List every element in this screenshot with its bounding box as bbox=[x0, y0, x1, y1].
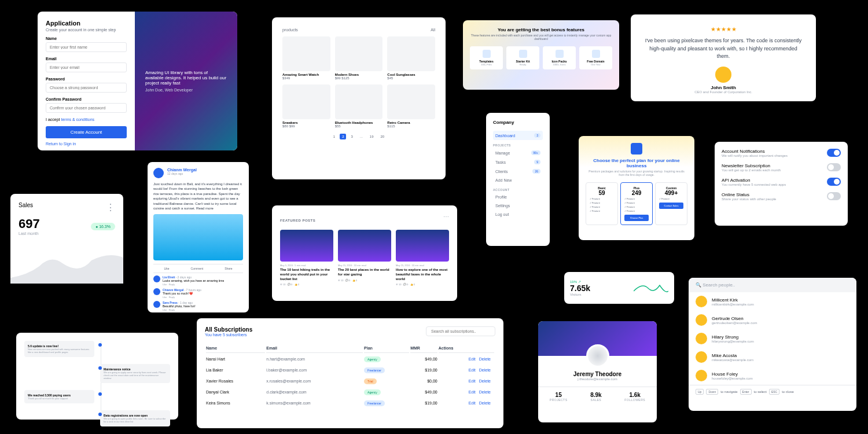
post-action[interactable]: Comment bbox=[191, 267, 204, 270]
sidebar-item[interactable]: Settings bbox=[493, 201, 543, 210]
pricing-plan[interactable]: Basic59✓ Feature✓ Feature✓ Feature✓ Feat… bbox=[586, 182, 618, 225]
product-item[interactable]: Amazing Smart Watch$349 bbox=[282, 36, 330, 80]
sales-title: Sales bbox=[19, 202, 33, 213]
sidebar-item[interactable]: Profile bbox=[493, 193, 543, 201]
page-number[interactable]: 2 bbox=[340, 134, 346, 139]
bonus-title: You are getting the best bonus features bbox=[470, 27, 612, 32]
rocket-icon bbox=[631, 143, 642, 155]
edit-link[interactable]: Edit bbox=[469, 401, 476, 405]
visitors-label: Visitors bbox=[570, 293, 590, 296]
email-input[interactable] bbox=[46, 62, 127, 72]
sidebar-item[interactable]: Add New bbox=[493, 176, 543, 185]
delete-link[interactable]: Delete bbox=[479, 357, 491, 361]
delete-link[interactable]: Delete bbox=[479, 390, 491, 394]
products-card: products All Amazing Smart Watch$349Mode… bbox=[272, 17, 446, 179]
edit-link[interactable]: Edit bbox=[469, 368, 476, 372]
toggle-switch[interactable] bbox=[827, 149, 841, 157]
toggle-switch[interactable] bbox=[827, 192, 841, 200]
more-icon[interactable]: ⋯ bbox=[443, 214, 449, 220]
bonus-item: Templates100+ Files bbox=[470, 46, 503, 69]
featured-item[interactable]: May 15, 2024 · 10 min readThe 20 best pl… bbox=[338, 230, 391, 286]
table-row: Nansi Hartn.hart@example.comAgency$49,00… bbox=[206, 354, 494, 364]
table-header: Email bbox=[266, 344, 363, 353]
delete-link[interactable]: Delete bbox=[479, 368, 491, 372]
testimonial-name: John Smith bbox=[642, 85, 804, 90]
name-input[interactable] bbox=[46, 42, 127, 52]
timeline-card: 5.6 update is now live!New versions are … bbox=[16, 333, 178, 420]
subs-search[interactable] bbox=[426, 326, 495, 336]
product-item[interactable]: Retro Camera$115 bbox=[387, 84, 435, 128]
sidebar-item[interactable]: Manage99+ bbox=[493, 148, 543, 157]
table-row: Danyal Clarkd.clark@example.comAgency$49… bbox=[206, 387, 494, 397]
people-row[interactable]: Gertrude Olsengertrudeolsen@example.com bbox=[689, 311, 856, 329]
profile-stat: 15PROJECTS bbox=[550, 392, 568, 402]
signup-card: Application Create your account in one s… bbox=[38, 12, 237, 150]
subs-subtitle: You have 5 subscribers bbox=[205, 333, 252, 337]
people-row[interactable]: House Foleyhousefoley@example.com bbox=[689, 366, 856, 385]
star-icon: ★★★★★ bbox=[642, 26, 804, 32]
delete-link[interactable]: Delete bbox=[479, 379, 491, 383]
product-item[interactable]: Bluetooth Headphones$55 bbox=[335, 84, 383, 128]
page-number[interactable]: 3 bbox=[348, 134, 355, 139]
featured-item[interactable]: May 5, 2024 · 5 min readThe 10 best hiki… bbox=[280, 230, 333, 286]
profile-stat: 1.6kFOLLOWERS bbox=[624, 392, 645, 402]
subscriptions-table: All Subscriptions You have 5 subscribers… bbox=[197, 318, 503, 428]
accept-terms[interactable]: I accept terms & conditions bbox=[46, 117, 127, 122]
create-account-button[interactable]: Create Account bbox=[46, 126, 127, 138]
post-author[interactable]: Chianm Wergal bbox=[167, 168, 197, 172]
confirm-input[interactable] bbox=[46, 103, 127, 113]
post-text: Just touched down in Bali, and it's ever… bbox=[153, 182, 243, 211]
people-row[interactable]: Millicent Kirkmillicentkirk@example.com bbox=[689, 292, 856, 311]
return-link[interactable]: Return to Sign in bbox=[46, 142, 127, 146]
product-item[interactable]: Modern Shoes$99 $125 bbox=[335, 36, 383, 80]
testimonial-role: CEO and Founder of Corporation Inc. bbox=[642, 90, 804, 94]
post-action[interactable]: Like bbox=[164, 267, 169, 270]
signup-title: Application bbox=[46, 20, 127, 27]
table-header: MMR bbox=[410, 344, 437, 353]
product-item[interactable]: Cool Sunglasses$45 bbox=[387, 36, 435, 80]
table-header: Name bbox=[206, 344, 265, 353]
product-item[interactable]: Sneakers$80 $99 bbox=[282, 84, 330, 128]
edit-link[interactable]: Edit bbox=[469, 379, 476, 383]
keyboard-hints: UpDownto navigate Enterto select ESCto c… bbox=[689, 385, 856, 398]
sidebar-item[interactable]: Dashboard3 bbox=[493, 131, 543, 140]
page-number[interactable]: ... bbox=[358, 134, 365, 139]
pricing-plan[interactable]: Plus249✓ Feature✓ Feature✓ Feature✓ Feat… bbox=[620, 182, 653, 225]
search-input[interactable]: 🔍 Search people.. bbox=[689, 278, 856, 292]
toggle-switch[interactable] bbox=[827, 163, 841, 171]
page-number[interactable]: 20 bbox=[378, 134, 387, 139]
edit-link[interactable]: Edit bbox=[469, 390, 476, 394]
signup-subtitle: Create your account in one simple step bbox=[46, 28, 127, 32]
page-number[interactable]: 19 bbox=[367, 134, 376, 139]
table-header: Actions bbox=[439, 344, 494, 353]
password-input[interactable] bbox=[46, 83, 127, 93]
bonus-item: Icon Packs1000+ Icons bbox=[543, 46, 576, 69]
toggle-switch[interactable] bbox=[827, 178, 841, 186]
visitors-card: 19% ↗ 7.65k Visitors bbox=[564, 272, 674, 304]
section-label: FEATURED POSTS bbox=[280, 219, 315, 222]
password-label: Password bbox=[46, 77, 127, 81]
breadcrumb[interactable]: products bbox=[282, 28, 298, 32]
sparkline-icon bbox=[10, 249, 123, 284]
pricing-plan[interactable]: Custom499+✓ FeatureContact Sales bbox=[655, 182, 687, 225]
people-row[interactable]: Hilary Stronghilarystrong@example.com bbox=[689, 329, 856, 348]
edit-link[interactable]: Edit bbox=[469, 357, 476, 361]
sidebar-item[interactable]: Log out bbox=[493, 210, 543, 219]
sort-dropdown[interactable]: All bbox=[431, 28, 435, 32]
people-row[interactable]: Mike Acostamikeacosta@example.com bbox=[689, 348, 856, 366]
sidebar-item[interactable]: Clients26 bbox=[493, 167, 543, 176]
table-header: Plan bbox=[364, 344, 409, 353]
bonus-card: You are getting the best bonus features … bbox=[463, 20, 619, 90]
sidebar-section: ACCOUNT bbox=[493, 188, 543, 192]
more-icon[interactable]: ⋮ bbox=[106, 202, 115, 213]
delete-link[interactable]: Delete bbox=[479, 401, 491, 405]
confirm-label: Confirm Password bbox=[46, 97, 127, 101]
sidebar-section: PROJECTS bbox=[493, 144, 543, 147]
signup-quote-panel: Amazing UI library with tons of availabl… bbox=[135, 12, 237, 150]
page-number[interactable]: 1 bbox=[331, 134, 337, 139]
post-action[interactable]: Share bbox=[225, 267, 232, 270]
sidebar-item[interactable]: Tasks9 bbox=[493, 157, 543, 167]
featured-item[interactable]: May 25, 2024 · 10 min readHow to explore… bbox=[396, 230, 449, 286]
pagination[interactable]: 123...1920 bbox=[282, 134, 435, 139]
pricing-title: Choose the perfect plan for your online … bbox=[586, 158, 687, 168]
